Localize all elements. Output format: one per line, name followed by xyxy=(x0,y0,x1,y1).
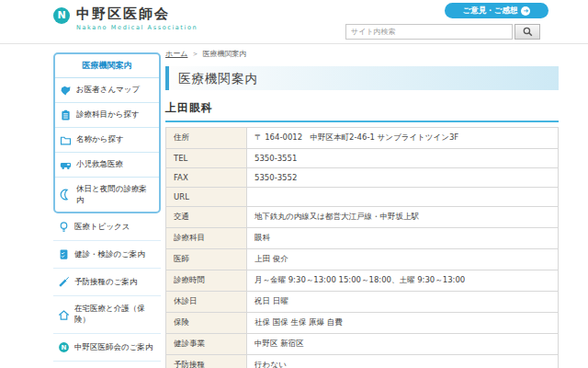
sidebar-item-label: 中野区医師会のご案内 xyxy=(74,342,153,353)
sidebar-item-label: 健診・検診のご案内 xyxy=(74,249,145,260)
sidebar-item-association-guide[interactable]: N 中野区医師会のご案内 xyxy=(53,334,161,362)
moon-icon xyxy=(60,189,72,201)
row-value: 祝日 日曜 xyxy=(247,292,559,313)
sidebar-item-label: 小児救急医療 xyxy=(76,159,123,170)
house-icon xyxy=(58,309,70,321)
sidebar-item-doctor-map[interactable]: お医者さんマップ xyxy=(55,78,159,102)
table-row-hours: 診療時間 月～金曜 9:30～13:00 15:00～18:00、土曜 9:30… xyxy=(166,270,559,292)
site-title: 中野区医師会 xyxy=(76,6,198,22)
sidebar-item-search-by-department[interactable]: 診療科目から探す xyxy=(55,102,159,127)
feedback-button-label: ご意見・ご感想 xyxy=(463,6,518,17)
sidebar-item-search-by-name[interactable]: 名称から探す xyxy=(55,127,159,152)
row-label: 保険 xyxy=(166,313,247,334)
row-value: 社保 国保 生保 原爆 自費 xyxy=(247,313,559,334)
table-row-address: 住所 〒 164-0012 中野区本町2-46-1 サンブライトツイン3F xyxy=(166,128,559,149)
row-value: 地下鉄丸の内線又は都営大江戸線・中野坂上駅 xyxy=(247,207,559,228)
lightbulb-icon xyxy=(58,221,70,233)
sidebar-item-label: 在宅医療と介護（保険） xyxy=(74,304,156,326)
row-label: 住所 xyxy=(166,128,247,149)
row-label: FAX xyxy=(166,168,247,188)
breadcrumb-current: 医療機関案内 xyxy=(202,50,246,58)
breadcrumb-home-link[interactable]: ホーム xyxy=(165,50,187,58)
syringe-icon xyxy=(58,276,70,288)
site-logo[interactable]: N 中野区医師会 Nakano Medical Association xyxy=(53,6,198,31)
clinic-name-heading: 上田眼科 xyxy=(165,100,559,122)
row-label: 休診日 xyxy=(166,292,247,313)
row-value xyxy=(247,188,559,207)
row-label: 診療時間 xyxy=(166,270,247,292)
sidebar: 医療機関案内 お医者さんマップ 診療科目から探す xyxy=(53,52,161,368)
sidebar-item-label: 医療トピックス xyxy=(74,222,130,233)
sidebar-item-holiday-night-care[interactable]: 休日と夜間の診療案内 xyxy=(55,177,159,212)
sidebar-item-pediatric-emergency[interactable]: 小児救急医療 xyxy=(55,152,159,177)
sidebar-section-title: 医療機関案内 xyxy=(55,54,159,78)
table-row-tel: TEL 5350-3551 xyxy=(166,149,559,168)
breadcrumb: ホーム＞医療機関案内 xyxy=(165,49,559,59)
row-label: 交通 xyxy=(166,207,247,228)
row-label: 健診事業 xyxy=(166,334,247,355)
row-label: 医師 xyxy=(166,249,247,270)
sidebar-menu: 医療トピックス 健診・検診のご案内 予防接種のご案内 xyxy=(53,213,161,368)
site-search xyxy=(345,24,540,40)
search-input[interactable] xyxy=(345,24,513,40)
arrow-right-icon: ➜ xyxy=(521,6,530,16)
sidebar-item-vaccination[interactable]: 予防接種のご案内 xyxy=(53,269,161,296)
table-row-insurance: 保険 社保 国保 生保 原爆 自費 xyxy=(166,313,559,334)
table-row-access: 交通 地下鉄丸の内線又は都営大江戸線・中野坂上駅 xyxy=(166,207,559,228)
row-label: TEL xyxy=(166,149,247,168)
page: N 中野区医師会 Nakano Medical Association ご意見・… xyxy=(0,0,588,368)
row-value: 中野区 新宿区 xyxy=(247,334,559,355)
table-row-vaccination: 予防接種 行わない xyxy=(166,355,559,368)
clipboard-icon xyxy=(60,109,72,121)
sidebar-item-label: お医者さんマップ xyxy=(76,85,140,96)
sidebar-item-health-checkup[interactable]: 健診・検診のご案内 xyxy=(53,241,161,269)
row-value: 行わない xyxy=(247,355,559,368)
row-label: 予防接種 xyxy=(166,355,247,368)
checkup-clipboard-icon xyxy=(58,248,70,260)
row-value: 眼科 xyxy=(247,228,559,249)
sidebar-item-label: 休日と夜間の診療案内 xyxy=(76,184,154,206)
site-subtitle: Nakano Medical Association xyxy=(76,24,198,31)
breadcrumb-separator: ＞ xyxy=(191,50,198,58)
row-value: 〒 164-0012 中野区本町2-46-1 サンブライトツイン3F xyxy=(247,128,559,149)
sidebar-item-home-medical-care[interactable]: 在宅医療と介護（保険） xyxy=(53,296,161,334)
table-row-department: 診療科目 眼科 xyxy=(166,228,559,249)
table-row-checkup-program: 健診事業 中野区 新宿区 xyxy=(166,334,559,355)
row-label: 診療科目 xyxy=(166,228,247,249)
table-row-closed-days: 休診日 祝日 日曜 xyxy=(166,292,559,313)
feedback-button[interactable]: ご意見・ご感想 ➜ xyxy=(445,3,548,18)
sidebar-item-label: 名称から探す xyxy=(76,134,124,145)
main-content: ホーム＞医療機関案内 医療機関案内 上田眼科 住所 〒 164-0012 中野区… xyxy=(165,49,559,368)
folder-icon xyxy=(60,134,72,146)
sidebar-item-label: 予防接種のご案内 xyxy=(74,277,137,288)
sidebar-item-label: 診療科目から探す xyxy=(76,109,140,121)
association-logo-icon: N xyxy=(58,341,70,353)
row-value: 5350-3552 xyxy=(247,168,559,188)
table-row-fax: FAX 5350-3552 xyxy=(166,168,559,188)
table-row-doctor: 医師 上田 俊介 xyxy=(166,249,559,270)
page-title: 医療機関案内 xyxy=(165,66,559,90)
row-value: 月～金曜 9:30～13:00 15:00～18:00、土曜 9:30～13:0… xyxy=(247,270,559,292)
logo-n-icon: N xyxy=(53,7,70,24)
row-value: 5350-3551 xyxy=(247,149,559,168)
ambulance-icon xyxy=(60,159,72,171)
search-button[interactable] xyxy=(514,24,540,40)
row-value: 上田 俊介 xyxy=(247,249,559,270)
search-icon xyxy=(523,27,533,37)
site-header: N 中野区医師会 Nakano Medical Association ご意見・… xyxy=(0,0,588,44)
table-row-url: URL xyxy=(166,188,559,207)
sidebar-item-association-news[interactable]: 医師会からのお知らせ xyxy=(53,362,161,368)
sidebar-item-medical-topics[interactable]: 医療トピックス xyxy=(53,213,161,241)
row-label: URL xyxy=(166,188,247,207)
svg-text:N: N xyxy=(62,343,67,351)
sidebar-section-box: 医療機関案内 お医者さんマップ 診療科目から探す xyxy=(53,52,161,213)
clinic-info-table: 住所 〒 164-0012 中野区本町2-46-1 サンブライトツイン3F TE… xyxy=(165,127,559,368)
map-icon xyxy=(60,85,72,97)
